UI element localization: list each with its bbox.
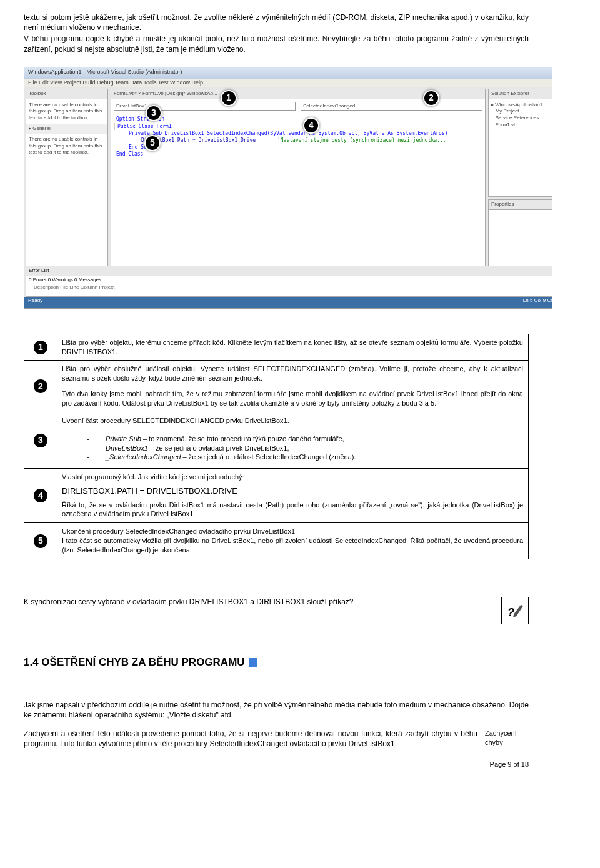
callout-4: 4 [303, 117, 319, 134]
errorlist-tabs: 0 Errors 0 Warnings 0 Messages [26, 276, 552, 284]
legend-table: 1 Lišta pro výběr objektu, kterému chcem… [24, 334, 529, 559]
properties-header: Properties [489, 200, 552, 210]
legend-2-p1: Lišta pro výběr obslužné události objekt… [62, 364, 523, 383]
legend-3-head: Úvodní část procedury SELECTEDINDEXCHANG… [62, 416, 523, 426]
section-title-text: 1.4 OŠETŘENÍ CHYB ZA BĚHU PROGRAMU [24, 656, 245, 670]
toolbox-text-2: There are no usable controls in this gro… [26, 134, 108, 159]
section-para-a: Jak jsme napsali v předchozím oddíle je … [24, 700, 529, 720]
tail: – že se jedná o událost SelectedIndexCha… [181, 453, 356, 461]
tail: – to znamená, že se tato procedura týká … [141, 435, 344, 442]
review-question: K synchronizaci cesty vybrané v ovládací… [24, 597, 494, 607]
svg-text:?: ? [508, 606, 515, 619]
status-ready: Ready [28, 297, 42, 307]
legend-5-p1: Ukončení procedury SelectedIndexChanged … [62, 527, 523, 536]
intro-paragraph-1: textu si potom ještě ukážeme, jak ošetři… [24, 12, 529, 32]
screenshot-figure: WindowsApplication1 - Microsoft Visual S… [24, 67, 552, 309]
legend-num-4: 4 [34, 489, 48, 502]
it: DriveListBox1 [106, 444, 148, 452]
solution-explorer-header: Solution Explorer [489, 89, 552, 99]
window-title: WindowsApplication1 - Microsoft Visual S… [24, 67, 552, 79]
code-line-6: End Class [116, 151, 143, 157]
legend-4-head: Vlastní programový kód. Jak vidíte kód j… [62, 472, 523, 482]
legend-num-2: 2 [34, 379, 48, 393]
menu-bar: File Edit View Project Build Debug Team … [24, 79, 552, 87]
tail: – že se jedná o ovládací prvek DriveList… [148, 444, 289, 452]
question-icon: ? [501, 597, 529, 624]
callout-1: 1 [221, 90, 237, 106]
object-combo: DriveListBox1 [114, 102, 296, 111]
code-line-3: Private Sub DriveListBox1_SelectedIndexC… [129, 131, 448, 136]
page-footer: Page 9 of 18 [24, 760, 529, 769]
toolbox-general: ▸ General [26, 124, 108, 134]
solution-tree: ▸ WindowsApplication1 My Project Service… [489, 99, 552, 131]
section-icon [249, 658, 258, 667]
section-para-b: Zachycení a ošetření této události prove… [24, 729, 478, 749]
legend-text-1: Lišta pro výběr objektu, kterému chceme … [57, 334, 529, 361]
legend-5-p2: I tato část se automaticky vložila při d… [62, 536, 523, 555]
callout-5: 5 [144, 135, 161, 151]
code-comment: 'Nastavení stejné cesty (synchronizace) … [278, 137, 446, 143]
dash: - [87, 434, 106, 444]
dash: - [87, 444, 106, 453]
legend-4-foot: Říká to, že se v ovládacím prvku DirList… [62, 501, 523, 519]
legend-num-3: 3 [34, 434, 48, 447]
callout-2: 2 [423, 90, 439, 106]
code-line-2: Public Class Form1 [118, 124, 172, 129]
legend-num-1: 1 [34, 341, 48, 354]
section-heading: 1.4 OŠETŘENÍ CHYB ZA BĚHU PROGRAMU [24, 656, 529, 670]
errorlist-cols: Description File Line Column Project [26, 284, 552, 292]
intro-paragraph-2: V běhu programu dojde k chybě a musíte j… [24, 34, 529, 54]
callout-3: 3 [146, 105, 162, 121]
legend-2-p2: Tyto dva kroky jsme mohli nahradit tím, … [62, 389, 523, 408]
toolbox-header: Toolbox [26, 89, 108, 99]
dash: - [87, 452, 106, 462]
it: Private Sub [106, 435, 141, 442]
it: _SelectedIndexChanged [106, 453, 181, 461]
legend-num-5: 5 [34, 534, 48, 548]
legend-4-code: DIRLISTBOX1.PATH = DRIVELISTBOX1.DRIVE [62, 486, 523, 497]
errorlist-header: Error List [26, 266, 552, 276]
margin-note: Zachycení chyby [485, 729, 529, 747]
status-pos: Ln 5 Col 9 Ch 9 INS [523, 297, 552, 307]
toolbox-text: There are no usable controls in this gro… [26, 99, 108, 124]
event-combo: SelectedIndexChanged [301, 102, 482, 111]
